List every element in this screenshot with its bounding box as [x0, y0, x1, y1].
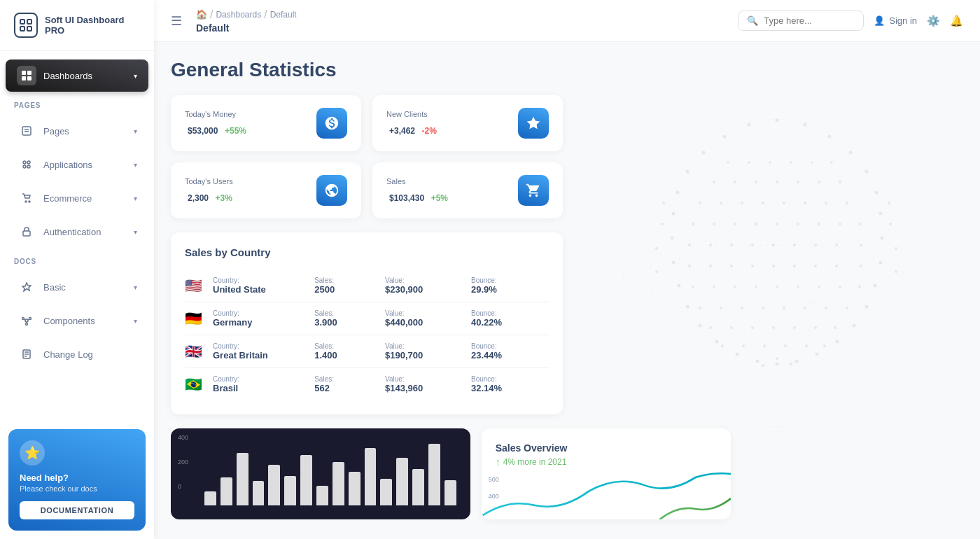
svg-point-46: [879, 261, 883, 265]
svg-point-21: [26, 323, 28, 326]
bar-0: [204, 491, 216, 505]
svg-point-111: [858, 286, 861, 288]
svg-point-135: [769, 161, 771, 164]
home-icon: 🏠: [196, 9, 207, 20]
ecommerce-label: Ecommerce: [43, 193, 134, 204]
svg-point-147: [895, 270, 897, 273]
svg-point-137: [811, 161, 813, 164]
documentation-button[interactable]: DOCUMENTATION: [20, 501, 134, 519]
signin-button[interactable]: 👤 Sign in: [874, 15, 917, 26]
svg-point-13: [23, 165, 26, 168]
country-section: Sales by Country 🇺🇸 Country: United Stat…: [171, 232, 563, 414]
search-input[interactable]: [764, 15, 855, 26]
svg-point-86: [709, 244, 712, 246]
sales-label: Sales: [386, 177, 448, 186]
bar-11: [380, 479, 392, 505]
svg-point-38: [865, 170, 869, 174]
stat-card-users: Today's Users 2,300 +3%: [171, 162, 361, 218]
pages-label: Pages: [43, 126, 134, 136]
flag-usa: 🇺🇸: [185, 277, 204, 294]
breadcrumb-dashboards[interactable]: Dashboards: [216, 10, 261, 20]
bar-8: [332, 462, 344, 505]
svg-point-63: [755, 181, 757, 183]
svg-point-153: [742, 119, 812, 427]
logo-icon: [14, 13, 38, 38]
svg-point-126: [834, 326, 836, 329]
sidebar-item-pages[interactable]: Pages ▾: [6, 115, 148, 147]
svg-rect-3: [27, 27, 31, 31]
sidebar-item-basic[interactable]: Basic ▾: [6, 271, 148, 303]
user-icon: 👤: [874, 15, 885, 26]
svg-point-89: [772, 244, 775, 246]
svg-point-91: [814, 244, 817, 246]
hamburger-icon[interactable]: ☰: [171, 13, 182, 29]
svg-point-98: [772, 265, 775, 267]
svg-point-36: [849, 151, 853, 155]
svg-point-20: [29, 318, 31, 320]
svg-point-74: [825, 202, 827, 204]
pages-chevron: ▾: [134, 127, 137, 135]
sidebar-item-dashboards[interactable]: Dashboards ▾: [6, 59, 148, 92]
applications-chevron: ▾: [134, 161, 137, 169]
svg-point-115: [762, 307, 764, 309]
svg-point-39: [686, 170, 690, 174]
svg-point-151: [651, 203, 903, 245]
svg-point-143: [889, 223, 892, 225]
svg-point-100: [814, 265, 817, 267]
svg-point-82: [818, 223, 820, 225]
svg-point-11: [23, 161, 26, 164]
svg-point-83: [839, 223, 841, 225]
svg-point-108: [797, 286, 799, 288]
components-icon: [17, 311, 36, 330]
stat-card-sales: Sales $103,430 +5%: [372, 162, 563, 218]
help-star-icon: ⭐: [20, 440, 45, 465]
sidebar-logo: Soft UI Dashboard PRO: [0, 0, 154, 51]
notifications-icon[interactable]: 🔔: [950, 15, 963, 27]
svg-point-57: [736, 353, 739, 356]
svg-point-87: [730, 244, 733, 246]
sidebar-item-applications[interactable]: Applications ▾: [6, 148, 148, 181]
svg-point-77: [713, 223, 715, 225]
sidebar-item-changelog[interactable]: Change Log: [6, 338, 148, 370]
svg-point-73: [804, 202, 806, 204]
search-box[interactable]: 🔍: [738, 10, 864, 31]
sidebar-item-components[interactable]: Components ▾: [6, 304, 148, 337]
page-current-label: Default: [196, 22, 297, 34]
svg-point-33: [748, 123, 751, 127]
bar-13: [412, 469, 424, 505]
sidebar-nav: Dashboards ▾ PAGES Pages ▾: [0, 51, 154, 421]
dashboards-chevron: ▾: [134, 72, 137, 80]
svg-point-12: [27, 161, 30, 164]
svg-point-55: [715, 340, 719, 344]
flag-brazil: 🇧🇷: [185, 376, 204, 393]
svg-point-112: [699, 307, 701, 309]
svg-point-96: [730, 265, 733, 267]
bar-3: [253, 481, 265, 505]
money-icon: [316, 108, 347, 139]
svg-point-123: [772, 326, 775, 329]
svg-point-118: [825, 307, 827, 309]
docs-section-label: DOCS: [0, 249, 154, 270]
settings-icon[interactable]: ⚙️: [927, 15, 940, 27]
sidebar-item-ecommerce[interactable]: Ecommerce ▾: [6, 182, 148, 214]
svg-point-18: [25, 319, 28, 322]
svg-point-75: [846, 202, 848, 204]
svg-point-146: [895, 247, 897, 250]
svg-point-68: [699, 202, 701, 204]
svg-point-76: [692, 223, 694, 225]
svg-point-41: [676, 191, 680, 195]
topbar: ☰ 🏠 / Dashboards / Default Default 🔍 👤 S…: [154, 0, 980, 42]
svg-point-136: [790, 161, 792, 164]
svg-point-125: [814, 326, 817, 329]
bar-2: [237, 453, 248, 505]
bar-chart-card: 400 200 0: [171, 428, 470, 519]
svg-point-148: [655, 247, 658, 250]
svg-point-140: [762, 364, 764, 367]
svg-point-142: [888, 202, 890, 204]
sidebar-item-authentication[interactable]: Authentication ▾: [6, 216, 148, 248]
svg-point-114: [741, 307, 743, 309]
overview-title: Sales Overview: [496, 442, 717, 454]
dashboards-label: Dashboards: [43, 71, 134, 81]
svg-point-113: [720, 307, 722, 309]
svg-point-52: [853, 324, 856, 328]
